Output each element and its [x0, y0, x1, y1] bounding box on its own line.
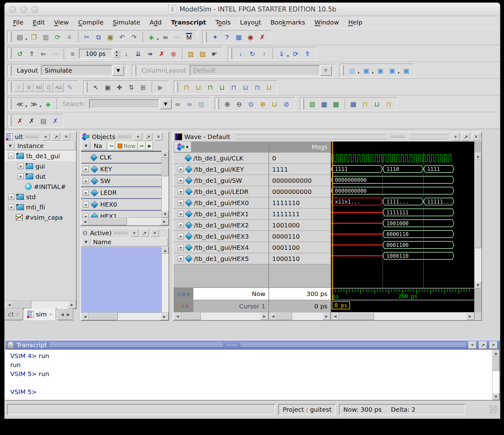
name-column-header[interactable]: Name: [90, 238, 168, 246]
zoom-range-icon[interactable]: ⊔: [269, 98, 280, 110]
toolbar-grip[interactable]: [175, 82, 178, 92]
toolbar-grip[interactable]: [229, 48, 232, 59]
expander-icon[interactable]: +: [83, 213, 89, 218]
separate-run-2-icon[interactable]: ▨: [197, 48, 208, 59]
timeline-icon[interactable]: ◫: [177, 292, 181, 296]
spin-up-icon[interactable]: ▲: [113, 50, 120, 54]
wave-signal-name[interactable]: +/tb_de1_gui/SW: [173, 175, 268, 186]
panel-drag-grip[interactable]: [241, 343, 466, 347]
remove-cursor-icon[interactable]: ⊖: [186, 304, 189, 308]
wave-row[interactable]: 0001100: [331, 240, 474, 250]
step-out-current-icon[interactable]: ⇑: [302, 48, 313, 59]
add-button[interactable]: +: [452, 133, 460, 141]
active-horizontal-scrollbar[interactable]: ◀ ▶: [81, 312, 169, 320]
wave-signal-name[interactable]: +/tb_de1_gui/HEX1: [173, 209, 268, 220]
step-into-icon[interactable]: ↓: [235, 48, 246, 59]
select-mode-icon[interactable]: ↖: [90, 82, 101, 93]
paintbrush-icon[interactable]: ✎: [64, 82, 75, 93]
close-icon[interactable]: ×: [472, 133, 480, 141]
minimize-window-button[interactable]: [20, 6, 27, 13]
close-icon[interactable]: ×: [62, 133, 70, 141]
undock-icon[interactable]: ↗: [479, 341, 487, 349]
cut-icon[interactable]: ✂: [81, 31, 92, 43]
run-length-spinner[interactable]: ▲▼: [113, 50, 120, 58]
wave-row[interactable]: 111111101111: [331, 164, 474, 174]
expander-icon[interactable]: +: [18, 173, 24, 179]
dropdown-caret-icon[interactable]: ▾: [287, 54, 289, 58]
run-all-icon[interactable]: ↠: [144, 48, 155, 59]
edge-tool-4-icon[interactable]: ⊔: [216, 82, 227, 93]
expander-icon[interactable]: +: [83, 190, 89, 196]
expander-icon[interactable]: +: [178, 200, 184, 206]
zoom-out-icon[interactable]: ⊖: [234, 98, 245, 110]
delete-selected-icon[interactable]: ✗: [257, 31, 268, 43]
next-transition-x-icon[interactable]: ✗: [26, 115, 37, 126]
panel-drag-grip[interactable]: [226, 343, 238, 347]
close-icon[interactable]: ×: [155, 133, 163, 141]
expander-icon[interactable]: +: [83, 166, 89, 172]
two-cursor-mode-icon[interactable]: ⇅: [126, 82, 137, 93]
scroll-left-icon[interactable]: ◀: [269, 312, 277, 320]
wave-signal-name[interactable]: +/tb_de1_gui/HEX4: [173, 242, 268, 253]
wave-signal-name[interactable]: +/tb_de1_gui/HEX5: [173, 253, 268, 264]
search-dropdown[interactable]: ▼: [160, 99, 172, 109]
prev-transition-x-icon[interactable]: ✗: [14, 115, 25, 126]
tree-item-mtifli[interactable]: +mti_fli: [5, 202, 76, 212]
scroll-left-icon[interactable]: ◀: [173, 312, 182, 320]
toggle-box[interactable]: ▢: [44, 83, 53, 92]
layout-select[interactable]: Simulate▼: [41, 65, 124, 76]
scroll-up-icon[interactable]: ▲: [493, 350, 499, 357]
save-icon[interactable]: ▥: [40, 31, 52, 43]
wave-signal-name[interactable]: /tb_de1_gui/CLK: [173, 153, 268, 164]
object-item-ledr[interactable]: +LEDR: [81, 187, 161, 199]
toggle-all[interactable]: ALL: [54, 83, 64, 92]
wave-signal-menu-button[interactable]: ▼: [174, 142, 191, 152]
step-over-current-icon[interactable]: ⟳: [290, 48, 301, 59]
toolbar-grip[interactable]: [9, 115, 11, 126]
edge-tool-5-icon[interactable]: ⊓: [228, 82, 239, 93]
panel-drag-grip[interactable]: [25, 135, 39, 138]
dropdown-caret-icon[interactable]: ▾: [40, 104, 42, 108]
wave-vertical-scrollbar[interactable]: ▲ ▼: [474, 141, 481, 312]
transcript-vertical-scrollbar[interactable]: ▲ ▼: [492, 350, 499, 400]
scroll-right-icon[interactable]: ▶: [160, 313, 169, 320]
toolbar-grip[interactable]: [301, 99, 304, 109]
elaborate-flash-icon[interactable]: ✦: [209, 31, 221, 43]
expand-right-icon[interactable]: ▶: [146, 141, 153, 150]
back-icon[interactable]: ⇐: [38, 48, 49, 59]
hand-pause-icon[interactable]: ☛: [209, 48, 220, 59]
wave-row[interactable]: [331, 153, 474, 164]
wave-cursor-line[interactable]: [332, 141, 333, 300]
zoom-in-icon[interactable]: ⊕: [222, 98, 233, 110]
wave-time-ruler[interactable]: ps200 ps: [331, 288, 474, 300]
wave-horizontal-scrollbar[interactable]: ◀ ▶: [331, 312, 474, 320]
add-button[interactable]: +: [468, 341, 476, 349]
tree-item-tbde1gui[interactable]: -tb_de1_gui: [5, 151, 76, 161]
expander-icon[interactable]: +: [18, 163, 24, 169]
scroll-right-icon[interactable]: ▶: [68, 301, 76, 308]
dropdown-caret-icon[interactable]: ▾: [157, 37, 159, 41]
menu-simulate[interactable]: Simulate: [109, 18, 144, 27]
edge-tool-8-icon[interactable]: ⊔: [263, 82, 275, 93]
tab-sim[interactable]: sim×: [24, 308, 56, 320]
wave-signal-name[interactable]: +/tb_de1_gui/KEY: [173, 164, 268, 175]
signal-trace-icon[interactable]: ▶: [155, 82, 166, 93]
toolbar-grip[interactable]: [9, 82, 11, 92]
panel-drag-grip[interactable]: [391, 135, 405, 138]
add-cursor-icon[interactable]: ⊕: [187, 292, 190, 296]
window-colorize-icon[interactable]: ▧: [347, 65, 358, 76]
separate-run-1-icon[interactable]: ▨: [185, 48, 196, 59]
menu-view[interactable]: View: [50, 18, 73, 27]
tab-scroll-right-icon[interactable]: ▶: [67, 312, 70, 317]
objects-vertical-scrollbar[interactable]: ▲ ▼: [161, 151, 169, 218]
scroll-left-icon[interactable]: ◀: [331, 312, 339, 320]
scroll-down-icon[interactable]: ▼: [493, 393, 499, 400]
undock-icon[interactable]: ↗: [141, 229, 149, 237]
toolbar-grip[interactable]: [9, 99, 11, 109]
filter-funnel-icon[interactable]: ▼: [82, 238, 90, 246]
now-button[interactable]: Now: [116, 141, 137, 150]
search-input[interactable]: [89, 99, 159, 109]
toggle-i[interactable]: I: [14, 83, 24, 92]
menu-bookmarks[interactable]: Bookmarks: [266, 18, 309, 27]
edge-tool-7-icon[interactable]: ⊓: [252, 82, 263, 93]
